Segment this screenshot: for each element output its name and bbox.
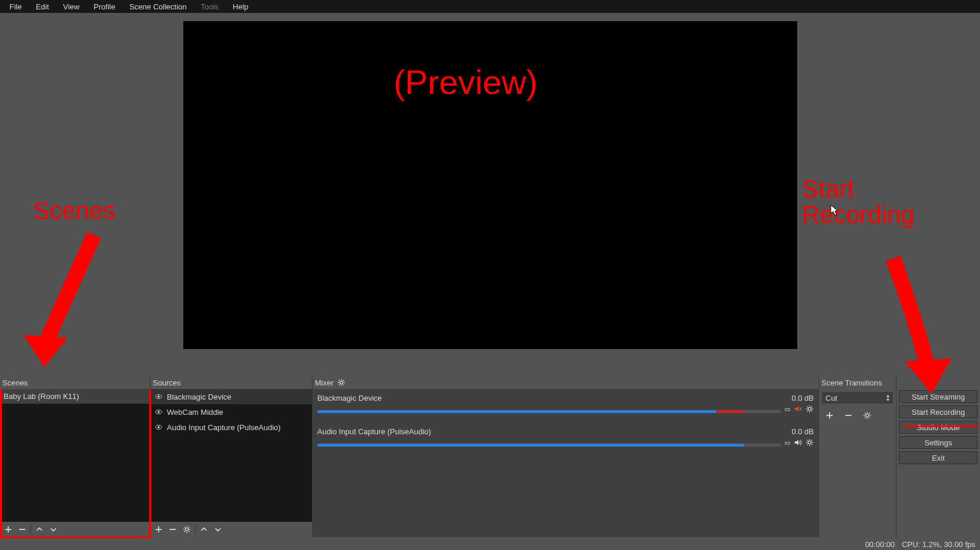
- scenes-toolbar: [0, 522, 150, 537]
- transition-settings-button[interactable]: [860, 409, 874, 422]
- mixer-channel-name: Audio Input Capture (PulseAudio): [317, 427, 431, 436]
- sources-add-button[interactable]: [152, 523, 166, 536]
- sources-down-button[interactable]: [211, 523, 225, 536]
- mixer-fader-handle[interactable]: ▭: [784, 439, 790, 447]
- status-bar: 00:00:00 CPU: 1.2%, 30.00 fps: [865, 538, 975, 550]
- settings-button[interactable]: Settings: [899, 436, 978, 449]
- transition-select[interactable]: Cut ▴▾: [821, 391, 894, 404]
- mixer-channel-db: 0.0 dB: [791, 427, 814, 436]
- sources-up-button[interactable]: [197, 523, 211, 536]
- scene-item[interactable]: Baby Lab (Room K11): [0, 389, 150, 404]
- source-label: Audio Input Capture (PulseAudio): [167, 423, 281, 432]
- transition-add-button[interactable]: [823, 409, 837, 422]
- dropdown-spinner-icon: ▴▾: [887, 394, 890, 402]
- source-label: WebCam Middle: [167, 408, 223, 417]
- status-cpu-fps: CPU: 1.2%, 30.00 fps: [902, 540, 975, 549]
- mixer-channel-settings-icon[interactable]: [806, 405, 814, 413]
- mixer-settings-icon[interactable]: [337, 378, 345, 387]
- scenes-panel: Scenes Baby Lab (Room K11): [0, 376, 150, 537]
- studio-mode-button[interactable]: Studio Mode: [899, 421, 978, 434]
- mixer-channel-db: 0.0 dB: [791, 394, 814, 403]
- speaker-icon[interactable]: [794, 438, 802, 447]
- transitions-header: Scene Transitions: [819, 376, 896, 389]
- menu-bar: File Edit View Profile Scene Collection …: [0, 0, 980, 13]
- svg-point-7: [340, 381, 343, 384]
- status-time: 00:00:00: [865, 540, 895, 549]
- source-item[interactable]: WebCam Middle: [150, 404, 312, 420]
- svg-point-5: [157, 426, 160, 428]
- source-label: Blackmagic Device: [167, 393, 231, 401]
- mixer-fader-handle[interactable]: ▭: [784, 405, 790, 413]
- scenes-remove-button[interactable]: [15, 523, 29, 536]
- mixer-volume-slider[interactable]: [317, 444, 781, 447]
- transition-selected-label: Cut: [825, 394, 837, 403]
- svg-point-1: [157, 395, 160, 398]
- mixer-title: Mixer: [315, 378, 334, 387]
- menu-help[interactable]: Help: [226, 1, 256, 13]
- scenes-add-button[interactable]: [1, 523, 15, 536]
- scenes-header: Scenes: [0, 376, 150, 389]
- sources-remove-button[interactable]: [166, 523, 180, 536]
- mixer-channel: Blackmagic Device 0.0 dB ▭: [313, 389, 818, 413]
- menu-profile[interactable]: Profile: [86, 1, 122, 13]
- svg-point-6: [185, 528, 188, 531]
- svg-point-9: [808, 441, 811, 444]
- source-item[interactable]: Blackmagic Device: [150, 389, 312, 404]
- menu-view[interactable]: View: [56, 1, 86, 13]
- source-item[interactable]: Audio Input Capture (PulseAudio): [150, 420, 312, 435]
- mute-icon[interactable]: [794, 405, 802, 413]
- scenes-list[interactable]: Baby Lab (Room K11): [0, 389, 150, 522]
- mixer-panel: Mixer Blackmagic Device 0.0 dB ▭ Audio I…: [313, 376, 819, 537]
- sources-header: Sources: [150, 376, 312, 389]
- start-streaming-button[interactable]: Start Streaming: [899, 390, 978, 403]
- scenes-up-button[interactable]: [32, 523, 46, 536]
- start-recording-button[interactable]: Start Recording: [899, 405, 978, 418]
- scenes-down-button[interactable]: [46, 523, 61, 536]
- visibility-icon[interactable]: [154, 392, 163, 401]
- mixer-channel: Audio Input Capture (PulseAudio) 0.0 dB …: [313, 422, 818, 447]
- sources-list[interactable]: Blackmagic Device WebCam Middle Audio In…: [150, 389, 312, 522]
- preview-area: [0, 13, 980, 376]
- controls-panel: Start Streaming Start Recording Studio M…: [897, 376, 980, 537]
- menu-file[interactable]: File: [2, 1, 29, 13]
- mixer-header: Mixer: [313, 376, 818, 389]
- sources-panel: Sources Blackmagic Device WebCam Middle …: [150, 376, 313, 537]
- svg-point-3: [157, 411, 160, 413]
- svg-point-8: [808, 407, 811, 410]
- sources-properties-button[interactable]: [180, 523, 194, 536]
- transitions-panel: Scene Transitions Cut ▴▾: [819, 376, 897, 537]
- menu-scene-collection[interactable]: Scene Collection: [122, 1, 194, 13]
- mixer-channel-name: Blackmagic Device: [317, 394, 382, 403]
- mixer-channel-settings-icon[interactable]: [806, 438, 814, 447]
- menu-tools[interactable]: Tools: [194, 1, 226, 13]
- visibility-icon[interactable]: [154, 422, 163, 432]
- sources-toolbar: [150, 522, 312, 537]
- preview-canvas[interactable]: [183, 21, 797, 349]
- transition-remove-button[interactable]: [841, 409, 855, 422]
- visibility-icon[interactable]: [154, 407, 163, 417]
- mixer-volume-slider[interactable]: [317, 410, 781, 413]
- menu-edit[interactable]: Edit: [29, 1, 56, 13]
- exit-button[interactable]: Exit: [899, 451, 978, 464]
- svg-point-10: [865, 414, 868, 417]
